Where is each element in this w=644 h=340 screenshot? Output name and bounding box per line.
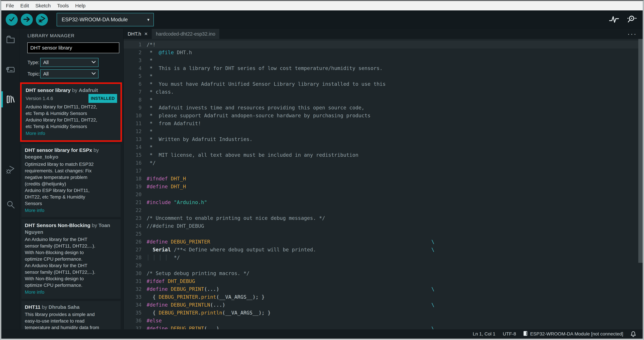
code-line: 30/* Setup debug printing macros. */: [124, 269, 643, 277]
code-line: 6 * You must have Adafruit Unified Senso…: [124, 80, 643, 88]
line-number: 25: [124, 230, 146, 238]
line-number: 3: [124, 56, 146, 64]
code-line-content: { DEBUG_PRINTER.print(__VA_ARGS__); }: [146, 293, 643, 301]
code-line-content: #ifdef DHT_DEBUG: [146, 277, 643, 285]
tab-sketch-ino[interactable]: hardcoded-dht22-esp32.ino: [152, 29, 220, 39]
line-number: 33: [124, 293, 146, 301]
by-text: by: [70, 87, 78, 93]
line-number: 2: [124, 49, 146, 56]
code-line-content: * @file DHT.h: [146, 49, 643, 56]
code-line-content: │ │ │ │ */: [146, 254, 643, 261]
upload-button[interactable]: [21, 14, 33, 26]
library-author: beegee_tokyo: [25, 154, 58, 159]
menu-bar: File Edit Sketch Tools Help: [1, 1, 643, 11]
code-line: 28│ │ │ │ */: [124, 254, 643, 261]
library-manager-icon[interactable]: [6, 94, 15, 104]
topic-select[interactable]: All: [40, 69, 98, 78]
line-number: 9: [124, 104, 146, 112]
line-number: 27: [124, 246, 146, 254]
panel-title: LIBRARY MANAGER: [28, 33, 123, 38]
code-line: 37#define DEBUG_PRINT(...)\: [124, 324, 643, 329]
board-selector[interactable]: ESP32-WROOM-DA Module ▾: [57, 13, 154, 26]
more-info-link[interactable]: More info: [26, 130, 45, 137]
code-line: 26#define DEBUG_PRINTER\: [124, 238, 643, 246]
by-text: by: [90, 223, 98, 228]
installed-badge: INSTALLED: [88, 94, 117, 103]
code-line: 10 * please support Adafruit andopen-sou…: [124, 112, 643, 119]
line-number: 31: [124, 277, 146, 285]
boards-manager-icon[interactable]: [6, 65, 15, 74]
code-line: 14 *: [124, 143, 643, 151]
library-entry[interactable]: DHT Sensors Non-Blocking by Toan NguyenA…: [22, 219, 120, 299]
line-number: 29: [124, 261, 146, 269]
sketchbook-folder-icon[interactable]: [6, 35, 15, 44]
library-name: DHT11: [25, 304, 40, 310]
activity-bar: [1, 29, 20, 329]
library-manager-panel: LIBRARY MANAGER Type: All Topic: All: [20, 29, 124, 329]
code-line: 31#ifdef DHT_DEBUG: [124, 277, 643, 285]
topic-filter-label: Topic:: [28, 71, 40, 77]
line-number: 6: [124, 80, 146, 88]
tab-dht-h[interactable]: DHT.h ✕: [124, 29, 152, 39]
code-line: 4 * This is a library for DHT series of …: [124, 64, 643, 72]
library-entry[interactable]: DHT sensor library by AdafruitVersion 1.…: [20, 82, 122, 142]
debug-button[interactable]: [36, 14, 48, 26]
serial-plotter-icon[interactable]: [609, 15, 619, 24]
library-entry[interactable]: DHT sensor library for ESPx by beegee_to…: [22, 144, 120, 217]
code-line-content: */: [146, 159, 643, 167]
code-line: 7 * class.: [124, 88, 643, 96]
tab-label: DHT.h: [128, 31, 141, 37]
cursor-position[interactable]: Ln 1, Col 1: [473, 331, 496, 337]
more-info-link[interactable]: More info: [25, 207, 44, 214]
code-line-content: #define DEBUG_PRINTLN(...)\: [146, 301, 643, 309]
code-area[interactable]: 1/*!2 * @file DHT.h3 *4 * This is a libr…: [124, 39, 643, 329]
code-line-content: * from Adafruit!: [146, 119, 643, 127]
code-line: 25: [124, 230, 643, 238]
active-tab-indicator: [1, 91, 3, 107]
topic-select-value: All: [43, 71, 92, 77]
library-entry[interactable]: DHT11 by Dhruba SahaThis library provide…: [22, 301, 120, 329]
library-entry-title: DHT sensor library for ESPx by beegee_to…: [25, 147, 117, 160]
library-name: DHT sensor library for ESPx: [25, 147, 92, 153]
library-description: Arduino library for DHT11, DHT22, etc Te…: [26, 104, 117, 130]
version-row: Version 1.4.6INSTALLED: [26, 94, 117, 103]
line-number: 17: [124, 167, 146, 175]
library-search-input[interactable]: [27, 43, 119, 53]
more-actions-icon[interactable]: ···: [628, 30, 643, 38]
board-status-label[interactable]: ESP32-WROOM-DA Module [not connected]: [530, 331, 623, 337]
line-number: 15: [124, 151, 146, 159]
library-description: Optimized libray to match ESP32 requirem…: [25, 161, 117, 207]
more-info-link[interactable]: More info: [25, 289, 44, 295]
code-line: 3 *: [124, 56, 643, 64]
by-text: by: [92, 147, 99, 153]
search-icon[interactable]: [6, 200, 15, 210]
arduino-ide-window: File Edit Sketch Tools Help: [0, 0, 644, 340]
menu-tools[interactable]: Tools: [54, 3, 72, 9]
code-line-content: * Written by Adafruit Industries.: [146, 135, 643, 143]
line-number: 26: [124, 238, 146, 246]
line-number: 35: [124, 309, 146, 317]
code-line: 17: [124, 167, 643, 175]
encoding-label[interactable]: UTF-8: [503, 331, 516, 337]
menu-edit[interactable]: Edit: [17, 3, 32, 9]
code-line-content: #else: [146, 317, 643, 324]
serial-monitor-icon[interactable]: [626, 15, 637, 24]
board-selector-label: ESP32-WROOM-DA Module: [62, 17, 147, 23]
editor: DHT.h ✕ hardcoded-dht22-esp32.ino ··· 1/…: [124, 29, 643, 329]
line-number: 28: [124, 254, 146, 261]
type-select[interactable]: All: [40, 58, 98, 67]
notifications-bell-icon[interactable]: [630, 331, 636, 337]
code-line: 29: [124, 261, 643, 269]
menu-help[interactable]: Help: [72, 3, 89, 9]
debug-panel-icon[interactable]: [6, 165, 15, 174]
close-icon[interactable]: ✕: [144, 31, 148, 37]
code-line-content: [146, 191, 643, 198]
menu-sketch[interactable]: Sketch: [32, 3, 54, 9]
code-line: 33 { DEBUG_PRINTER.print(__VA_ARGS__); }: [124, 293, 643, 301]
chevron-down-icon: [92, 61, 96, 64]
code-line-content: /* Setup debug printing macros. */: [146, 269, 643, 277]
code-line: 19#define DHT_H: [124, 183, 643, 191]
verify-button[interactable]: [6, 14, 18, 26]
menu-file[interactable]: File: [3, 3, 17, 9]
code-line-content: [146, 230, 643, 238]
